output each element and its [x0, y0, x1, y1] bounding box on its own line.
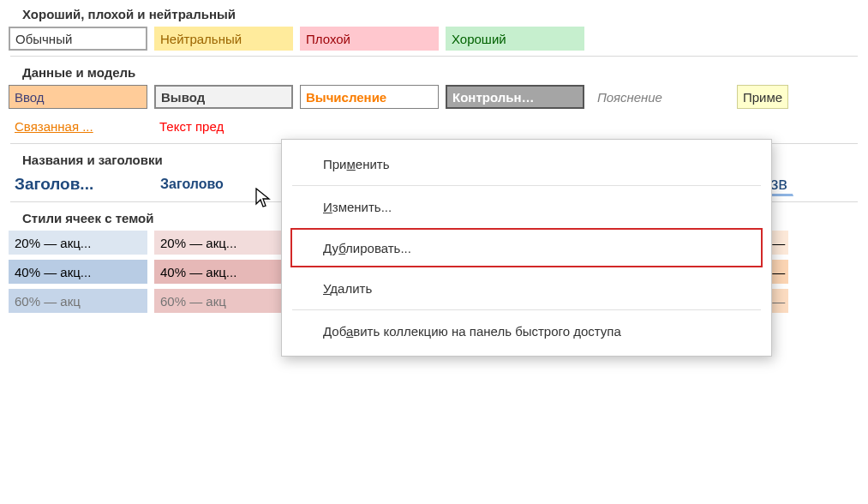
style-accent2-20[interactable]: 20% — акц... — [154, 231, 293, 255]
style-good[interactable]: Хороший — [446, 27, 584, 51]
style-note[interactable]: Приме — [737, 85, 788, 109]
section-good-bad-neutral: Хороший, плохой и нейтральный Обычный Не… — [7, 7, 861, 57]
style-row-dm-1: Ввод Вывод Вычисление Контрольн… Пояснен… — [9, 85, 861, 109]
menu-delete[interactable]: Удалить — [282, 269, 771, 308]
menu-duplicate[interactable]: Дублировать... — [290, 228, 763, 267]
style-row-gbn: Обычный Нейтральный Плохой Хороший — [9, 27, 861, 51]
style-row-dm-2: Связанная ... Текст пред — [9, 114, 861, 138]
style-explanatory[interactable]: Пояснение — [591, 85, 730, 109]
section-data-model: Данные и модель Ввод Вывод Вычисление Ко… — [7, 65, 861, 144]
section-title-gbn: Хороший, плохой и нейтральный — [22, 7, 861, 21]
style-accent1-40[interactable]: 40% — акц... — [9, 260, 147, 284]
menu-label: Удалить — [323, 281, 372, 296]
style-input[interactable]: Ввод — [9, 85, 147, 109]
menu-separator — [292, 185, 761, 186]
style-heading-2[interactable]: Заголово — [154, 172, 293, 196]
style-warning-text[interactable]: Текст пред — [154, 114, 293, 138]
menu-label: Применить — [323, 157, 390, 171]
menu-modify[interactable]: Изменить... — [282, 188, 771, 226]
style-hyperlink[interactable]: Связанная ... — [9, 114, 147, 138]
style-accent2-60[interactable]: 60% — акц — [154, 289, 293, 313]
style-accent1-60[interactable]: 60% — акц — [9, 289, 147, 313]
menu-apply[interactable]: Применить — [282, 145, 771, 183]
style-normal[interactable]: Обычный — [9, 27, 147, 51]
style-accent2-40[interactable]: 40% — акц... — [154, 260, 293, 284]
context-menu: Применить Изменить... Дублировать... Уда… — [281, 139, 772, 357]
style-bad[interactable]: Плохой — [300, 27, 439, 51]
menu-label: Добавить коллекцию на панель быстрого до… — [323, 324, 621, 339]
menu-add-to-qat[interactable]: Добавить коллекцию на панель быстрого до… — [282, 312, 771, 351]
menu-label: Дублировать... — [323, 241, 411, 255]
style-accent1-20[interactable]: 20% — акц... — [9, 231, 147, 255]
style-check-cell[interactable]: Контрольн… — [446, 85, 584, 109]
style-heading-1[interactable]: Заголов... — [9, 172, 147, 196]
style-output[interactable]: Вывод — [154, 85, 293, 109]
style-calculation[interactable]: Вычисление — [300, 85, 439, 109]
section-title-data-model: Данные и модель — [22, 65, 861, 80]
style-neutral[interactable]: Нейтральный — [154, 27, 293, 51]
section-separator — [10, 56, 858, 57]
cell-styles-gallery: Хороший, плохой и нейтральный Обычный Не… — [0, 0, 868, 504]
menu-label: Изменить... — [323, 200, 392, 214]
menu-separator — [292, 309, 761, 310]
